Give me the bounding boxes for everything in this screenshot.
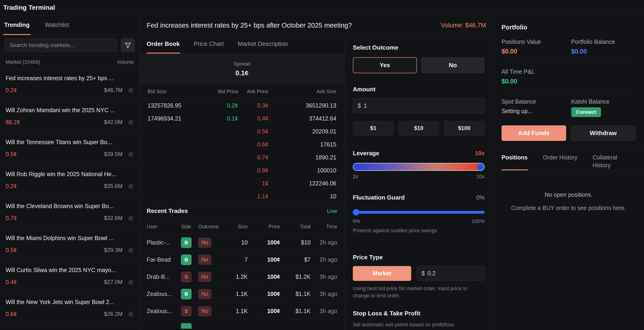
market-volume-total: Volume: $46.7M bbox=[441, 22, 486, 29]
ask-price: 0.7¢ bbox=[238, 154, 268, 161]
star-icon[interactable]: ☆ bbox=[128, 151, 134, 158]
market-list-item[interactable]: Will the Miami Dolphins win Super Bowl .… bbox=[0, 229, 140, 261]
fluctuation-header: Fluctuation Guard 0% bbox=[353, 194, 484, 201]
trade-time: 3h ago bbox=[311, 290, 337, 297]
bid-price: 0.1¢ bbox=[204, 115, 238, 122]
orderbook-row[interactable]: 0.7¢ 1890.21 bbox=[140, 151, 344, 164]
trades-column-headers: User Side Outcome Size Price Total Time bbox=[140, 219, 344, 234]
tab-watchlist[interactable]: Watchlist bbox=[44, 16, 70, 35]
app-title: Trading Terminal bbox=[3, 4, 55, 11]
quick-amount-10[interactable]: $10 bbox=[398, 121, 439, 135]
portfolio-sidebar: Portfolio Positions Value $0.00 Portfoli… bbox=[493, 16, 644, 330]
side-badge-buy: B bbox=[181, 289, 192, 300]
portfolio-section: Portfolio Positions Value $0.00 Portfoli… bbox=[493, 16, 644, 141]
star-icon[interactable]: ☆ bbox=[128, 310, 134, 318]
outcome-badge: No bbox=[198, 306, 211, 316]
trade-total: $7 bbox=[280, 256, 311, 263]
price-type-row: Market $ 0.2 bbox=[353, 266, 484, 281]
positions-value-block: Positions Value $0.00 bbox=[502, 38, 571, 55]
star-icon[interactable]: ☆ bbox=[128, 182, 134, 190]
market-list-item[interactable]: Will the New York Jets win Super Bowl 2.… bbox=[0, 293, 140, 325]
positions-value-label: Positions Value bbox=[502, 38, 571, 45]
leverage-knob[interactable] bbox=[477, 164, 484, 170]
add-funds-button[interactable]: Add Funds bbox=[502, 125, 566, 141]
empty-state-subtitle: Complete a BUY order to see positions he… bbox=[500, 205, 637, 211]
leverage-max: 10x bbox=[476, 174, 484, 180]
tab-order-history[interactable]: Order History bbox=[543, 149, 578, 170]
tab-positions[interactable]: Positions bbox=[502, 149, 528, 170]
market-order-button[interactable]: Market bbox=[353, 266, 411, 281]
star-icon[interactable]: ☆ bbox=[128, 87, 134, 94]
market-list-item[interactable]: Will Rob Riggle win the 2025 National He… bbox=[0, 165, 140, 197]
outcome-buttons: Yes No bbox=[353, 57, 484, 73]
orderbook-row[interactable]: 13257826.95 0.2¢ 0.3¢ 3651290.13 bbox=[140, 99, 344, 112]
quick-amount-100[interactable]: $100 bbox=[444, 121, 484, 135]
external-balances: Spot Balance Setting up... Kalshi Balanc… bbox=[502, 98, 636, 117]
market-title: Will Rob Riggle win the 2025 National He… bbox=[6, 171, 134, 178]
market-question-bar: Fed increases interest rates by 25+ bps … bbox=[140, 16, 493, 35]
spread-value: 0.1¢ bbox=[235, 69, 248, 77]
orderbook-row[interactable]: 0.5¢ 20209.01 bbox=[140, 125, 344, 138]
no-button[interactable]: No bbox=[421, 57, 485, 73]
market-list-item[interactable]: Fed increases interest rates by 25+ bps … bbox=[0, 69, 140, 101]
side-badge-buy bbox=[181, 323, 192, 328]
trade-user: Zealous... bbox=[147, 308, 181, 314]
filter-button[interactable] bbox=[121, 38, 135, 52]
trade-price: 100¢ bbox=[248, 290, 280, 297]
trade-time: 2h ago bbox=[311, 256, 337, 263]
amount-input[interactable]: $ 1 bbox=[353, 98, 484, 114]
yes-button[interactable]: Yes bbox=[353, 57, 417, 73]
fluctuation-min: 0% bbox=[353, 218, 360, 224]
ask-price: 0.5¢ bbox=[238, 128, 268, 135]
fluctuation-slider[interactable] bbox=[353, 209, 484, 216]
market-volume: $46.7M bbox=[104, 87, 122, 94]
price-type-help-text: Using best bid price for market order. I… bbox=[353, 285, 484, 300]
trade-price: 100¢ bbox=[248, 274, 280, 280]
market-list-item[interactable]: Will the Cleveland Browns win Super Bo..… bbox=[0, 197, 140, 229]
fluctuation-max: 100% bbox=[472, 218, 484, 224]
portfolio-actions: Add Funds Withdraw bbox=[502, 125, 636, 141]
portfolio-balance-block: Portfolio Balance $0.00 bbox=[571, 38, 636, 55]
star-icon[interactable]: ☆ bbox=[128, 278, 134, 286]
fluctuation-guard-label: Fluctuation Guard bbox=[353, 194, 405, 201]
tab-price-chart[interactable]: Price Chart bbox=[194, 35, 224, 54]
connect-button[interactable]: Connect bbox=[571, 107, 601, 117]
orderbook-row[interactable]: 17496934.21 0.1¢ 0.4¢ 374412.64 bbox=[140, 112, 344, 125]
market-meta-row: 0.6¢ $26.2M ☆ bbox=[6, 310, 134, 318]
tab-order-book[interactable]: Order Book bbox=[147, 35, 180, 54]
leverage-slider[interactable] bbox=[353, 163, 484, 171]
fluctuation-knob[interactable] bbox=[353, 209, 359, 216]
side-badge-sell: S bbox=[181, 306, 192, 316]
leverage-label: Leverage bbox=[353, 150, 379, 157]
market-price: 0.7¢ bbox=[6, 215, 17, 222]
tab-collateral-history[interactable]: Collateral History bbox=[592, 149, 627, 170]
market-list: Fed increases interest rates by 25+ bps … bbox=[0, 69, 140, 330]
orderbook-row[interactable]: 0.9¢ 100010 bbox=[140, 164, 344, 177]
orderbook-row[interactable]: 1.1¢ 10 bbox=[140, 190, 344, 203]
trade-time: 3h ago bbox=[311, 308, 337, 314]
outcome-badge: No bbox=[198, 289, 211, 299]
tab-market-description[interactable]: Market Description bbox=[238, 35, 288, 54]
tab-trending[interactable]: Trending bbox=[3, 16, 30, 35]
quick-amount-1[interactable]: $1 bbox=[353, 121, 394, 135]
market-list-item[interactable]: Will Zohran Mamdani win the 2025 NYC ...… bbox=[0, 101, 140, 133]
trade-user: Drab-B... bbox=[147, 274, 181, 280]
ask-price-header: Ask Price bbox=[238, 88, 268, 94]
market-volume: $39.5M bbox=[104, 151, 122, 157]
ask-price: 0.6¢ bbox=[238, 141, 268, 148]
all-time-pnl: $0.00 bbox=[502, 78, 636, 85]
star-icon[interactable]: ☆ bbox=[128, 214, 134, 222]
star-icon[interactable]: ☆ bbox=[128, 119, 134, 126]
withdraw-button[interactable]: Withdraw bbox=[571, 125, 636, 141]
leverage-min: 2x bbox=[353, 174, 358, 180]
limit-price-input[interactable]: $ 0.2 bbox=[417, 266, 485, 281]
user-header: User bbox=[147, 224, 181, 230]
search-input[interactable] bbox=[5, 38, 117, 52]
market-list-item[interactable]: Will the Tennessee Titans win Super Bo..… bbox=[0, 133, 140, 165]
trade-row: Plastic-... B No 10 100¢ $10 2h ago bbox=[140, 234, 344, 251]
orderbook-row[interactable]: 1¢ 122246.06 bbox=[140, 177, 344, 190]
market-list-item[interactable]: Will Curtis Sliwa win the 2025 NYC mayo.… bbox=[0, 261, 140, 293]
orderbook-row[interactable]: 0.6¢ 17615 bbox=[140, 138, 344, 151]
star-icon[interactable]: ☆ bbox=[128, 246, 134, 254]
empty-state-title: No open positions. bbox=[500, 192, 637, 198]
